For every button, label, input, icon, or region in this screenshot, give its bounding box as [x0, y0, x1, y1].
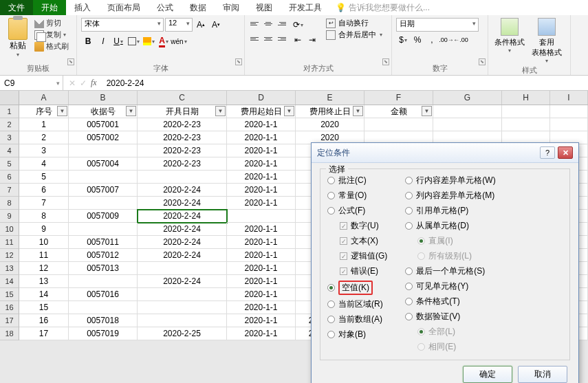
row-header[interactable]: 1	[0, 105, 19, 118]
filter-header-cell[interactable]	[550, 105, 588, 118]
cell[interactable]: 2020-1-1	[227, 275, 296, 288]
cell[interactable]: 2020-1-1	[227, 118, 296, 131]
row-header[interactable]: 16	[0, 301, 19, 314]
cell[interactable]	[69, 197, 138, 210]
radio-option[interactable]: 对象(B)	[327, 329, 387, 340]
cell[interactable]: 2020-1-1	[227, 314, 296, 327]
cell[interactable]: 2020-2-24	[138, 236, 227, 249]
shrink-font-button[interactable]: A▾	[209, 18, 223, 32]
cell[interactable]: 2020-1-1	[227, 171, 296, 184]
radio-option[interactable]: 批注(C)	[327, 175, 387, 186]
cell[interactable]	[69, 223, 138, 236]
select-all-corner[interactable]	[0, 91, 19, 105]
tab-layout[interactable]: 页面布局	[99, 0, 149, 15]
cell[interactable]	[502, 118, 550, 131]
cell[interactable]: 0057009	[69, 210, 138, 223]
tab-formulas[interactable]: 公式	[149, 0, 182, 15]
row-header[interactable]: 12	[0, 249, 19, 262]
cell[interactable]: 2020-2-23	[138, 118, 227, 131]
cell[interactable]: 2020-2-24	[138, 197, 227, 210]
comma-button[interactable]: ,	[425, 33, 439, 47]
align-top-button[interactable]	[249, 18, 261, 29]
enter-formula-icon[interactable]: ✓	[80, 78, 87, 88]
paste-button[interactable]: 粘贴 ▾	[4, 18, 32, 58]
cell[interactable]: 11	[19, 249, 69, 262]
cell[interactable]: 0057013	[69, 262, 138, 275]
cell[interactable]: 2020-2-23	[138, 144, 227, 157]
cell[interactable]: 9	[19, 223, 69, 236]
radio-option[interactable]: 数据验证(V)	[405, 311, 495, 322]
cell[interactable]: 16	[19, 314, 69, 327]
tab-insert[interactable]: 插入	[66, 0, 99, 15]
help-button[interactable]: ?	[540, 146, 555, 159]
cancel-button[interactable]: 取消	[518, 366, 567, 383]
col-header[interactable]: A	[19, 91, 69, 105]
filter-header-cell[interactable]: 费用起始日▼	[227, 105, 296, 118]
filter-dropdown-icon[interactable]: ▼	[215, 106, 226, 116]
checkbox-option[interactable]: ✓数字(U)	[340, 220, 387, 232]
cell[interactable]: 2020-1-1	[227, 131, 296, 144]
col-header[interactable]: B	[69, 91, 138, 105]
row-header[interactable]: 18	[0, 327, 19, 340]
cell[interactable]: 0057016	[69, 288, 138, 301]
cell[interactable]: 2020-1-1	[227, 223, 296, 236]
row-header[interactable]: 9	[0, 210, 19, 223]
cell[interactable]	[138, 288, 227, 301]
accounting-button[interactable]: $	[396, 33, 410, 47]
filter-header-cell[interactable]: 费用终止日▼	[296, 105, 364, 118]
cell[interactable]	[227, 210, 296, 223]
tab-view[interactable]: 视图	[248, 0, 281, 15]
cell[interactable]: 2020-1-1	[227, 301, 296, 314]
cell[interactable]: 7	[19, 197, 69, 210]
tab-home[interactable]: 开始	[33, 0, 66, 15]
format-painter-button[interactable]: 格式刷	[34, 41, 69, 52]
cell[interactable]: 0057007	[69, 184, 138, 197]
cell[interactable]: 2020-1-1	[227, 184, 296, 197]
format-as-table-button[interactable]: 套用 表格格式▾	[530, 18, 564, 64]
font-name-select[interactable]: 宋体	[81, 18, 164, 32]
cell[interactable]: 14	[19, 288, 69, 301]
tab-review[interactable]: 审阅	[215, 0, 248, 15]
cell[interactable]: 2	[19, 131, 69, 144]
cell[interactable]: 2020-1-1	[227, 327, 296, 340]
dialog-launcher-icon[interactable]: ⬊	[67, 58, 74, 65]
cell[interactable]: 2020-1-1	[227, 262, 296, 275]
filter-header-cell[interactable]: 开具日期▼	[138, 105, 227, 118]
indent-right-button[interactable]: ⇥	[305, 33, 319, 47]
radio-option[interactable]: 公式(F)	[327, 205, 387, 217]
row-header[interactable]: 3	[0, 131, 19, 144]
col-header[interactable]: C	[138, 91, 227, 105]
row-header[interactable]: 2	[0, 118, 19, 131]
bold-button[interactable]: B	[81, 34, 95, 48]
dialog-launcher-icon[interactable]: ⬊	[479, 58, 486, 65]
fill-color-button[interactable]	[142, 34, 155, 48]
cell[interactable]: 2020-1-1	[227, 288, 296, 301]
font-size-select[interactable]: 12	[165, 18, 193, 32]
radio-option[interactable]: 当前区域(R)	[327, 298, 387, 310]
align-middle-button[interactable]	[262, 18, 274, 29]
cell[interactable]: 10	[19, 236, 69, 249]
indent-left-button[interactable]: ⇤	[291, 33, 305, 47]
filter-dropdown-icon[interactable]: ▼	[284, 106, 294, 116]
cell[interactable]: 2020-2-24	[138, 249, 227, 262]
cell[interactable]	[138, 301, 227, 314]
ok-button[interactable]: 确定	[463, 366, 512, 383]
cell[interactable]: 2020-2-24	[138, 184, 227, 197]
col-header[interactable]: E	[296, 91, 364, 105]
cell[interactable]: 2020-1-1	[227, 144, 296, 157]
radio-option[interactable]: 可见单元格(Y)	[405, 281, 495, 292]
cell[interactable]	[433, 118, 502, 131]
cell[interactable]: 3	[19, 144, 69, 157]
cell[interactable]: 0057001	[69, 118, 138, 131]
cell[interactable]: 0057012	[69, 249, 138, 262]
cell[interactable]	[69, 301, 138, 314]
cell[interactable]: 5	[19, 171, 69, 184]
col-header[interactable]: D	[227, 91, 296, 105]
cell[interactable]: 1	[19, 118, 69, 131]
fx-icon[interactable]: fx	[91, 78, 97, 88]
dialog-titlebar[interactable]: 定位条件 ? ✕	[312, 143, 578, 163]
italic-button[interactable]: I	[96, 34, 110, 48]
copy-button[interactable]: 复制▾	[34, 30, 69, 40]
cell[interactable]: 2020-1-1	[227, 157, 296, 171]
radio-option[interactable]: 引用单元格(P)	[405, 205, 495, 217]
